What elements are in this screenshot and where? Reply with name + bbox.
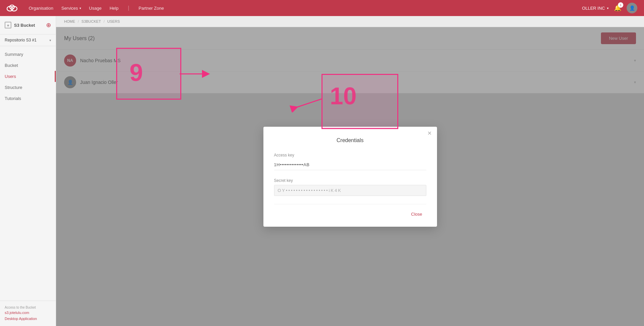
modal-close-button[interactable]: ✕ [427, 131, 432, 136]
logo [7, 4, 19, 12]
org-caret-icon: ▾ [607, 6, 609, 10]
services-arrow-icon: ▾ [79, 6, 81, 10]
bucket-title: S3 Bucket [14, 23, 46, 28]
notification-bell[interactable]: 🔔 1 [614, 4, 621, 12]
breadcrumb-s3bucket[interactable]: S3BUCKET [81, 19, 101, 23]
page-content: My Users (2) New User NA Nacho Pruebas M… [56, 27, 644, 326]
nav-usage[interactable]: Usage [89, 6, 102, 11]
nav-divider: | [128, 5, 129, 11]
sidebar-item-bucket[interactable]: Bucket [0, 60, 56, 71]
content-area: HOME / S3BUCKET / USERS My Users (2) New… [56, 16, 644, 326]
nav-organisation[interactable]: Organisation [29, 6, 53, 11]
sidebar-item-tutorials[interactable]: Tutorials [0, 93, 56, 104]
repo-caret-icon: ▾ [49, 38, 51, 42]
sidebar-header: ■ S3 Bucket ⊕ [0, 21, 56, 34]
sidebar-menu: Summary Bucket Users Structure Tutorials [0, 46, 56, 104]
access-label: Access to the Bucket [5, 306, 51, 309]
access-key-label: Access key [274, 153, 426, 157]
add-bucket-button[interactable]: ⊕ [46, 21, 51, 29]
modal-actions: Close [274, 204, 426, 219]
sidebar: ■ S3 Bucket ⊕ Repositorio S3 #1 ▾ Summar… [0, 16, 56, 326]
main-nav: Organisation Services ▾ Usage Help | Par… [29, 5, 582, 11]
access-key-value: 1H••••••••••••••AB [274, 159, 426, 170]
bucket-icon: ■ [5, 22, 11, 28]
desktop-app-link[interactable]: Desktop Application [5, 317, 37, 321]
org-selector[interactable]: OLLER INC ▾ [582, 6, 609, 11]
user-avatar[interactable]: 👤 [627, 3, 637, 13]
breadcrumb-home[interactable]: HOME [64, 19, 75, 23]
access-link[interactable]: s3.jotelulu.com [5, 311, 51, 315]
sidebar-item-summary[interactable]: Summary [0, 49, 56, 60]
modal-overlay: ✕ Credentials Access key 1H•••••••••••••… [56, 27, 644, 326]
nav-help[interactable]: Help [110, 6, 119, 11]
modal-title: Credentials [274, 137, 426, 143]
secret-key-label: Secret key [274, 178, 426, 183]
credentials-modal: ✕ Credentials Access key 1H•••••••••••••… [263, 127, 437, 227]
secret-key-value: OY•••••••••••••••••iK4K [274, 185, 426, 196]
modal-close-action-button[interactable]: Close [407, 210, 426, 219]
top-navigation: Organisation Services ▾ Usage Help | Par… [0, 0, 644, 16]
topnav-right: OLLER INC ▾ 🔔 1 👤 [582, 3, 637, 13]
breadcrumb-sep-1: / [78, 19, 79, 23]
sidebar-footer: Access to the Bucket s3.jotelulu.com Des… [0, 301, 56, 326]
nav-partner-zone[interactable]: Partner Zone [139, 6, 164, 11]
breadcrumb-current: USERS [107, 19, 120, 23]
repo-name: Repositorio S3 #1 [5, 38, 36, 42]
secret-key-field: Secret key OY•••••••••••••••••iK4K [274, 178, 426, 196]
repo-selector[interactable]: Repositorio S3 #1 ▾ [0, 34, 56, 46]
notification-badge: 1 [618, 2, 623, 8]
access-key-field: Access key 1H••••••••••••••AB [274, 153, 426, 170]
sidebar-item-users[interactable]: Users [0, 71, 56, 82]
breadcrumb: HOME / S3BUCKET / USERS [56, 16, 644, 27]
nav-services[interactable]: Services ▾ [61, 6, 81, 11]
main-layout: ■ S3 Bucket ⊕ Repositorio S3 #1 ▾ Summar… [0, 16, 644, 326]
sidebar-item-structure[interactable]: Structure [0, 82, 56, 93]
breadcrumb-sep-2: / [103, 19, 104, 23]
